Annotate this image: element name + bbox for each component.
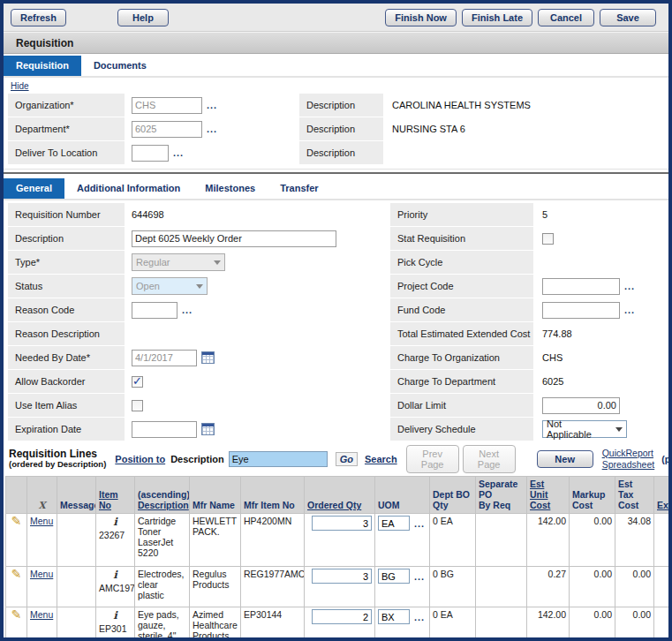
requisition-window: Refresh Help Finish Now Finish Late Canc… xyxy=(0,0,672,641)
department-description-label: Description xyxy=(299,117,383,140)
extended-cost-cell xyxy=(654,567,672,607)
organization-lookup-icon[interactable]: ... xyxy=(207,100,217,110)
separate-po-column-header: Separate POBy Req xyxy=(476,477,527,514)
general-form: Requisition Number 644698 Description Ty… xyxy=(4,200,668,443)
item-no-column-header[interactable]: Item No xyxy=(96,477,135,514)
uom-input[interactable] xyxy=(378,516,410,531)
chevron-down-icon xyxy=(196,284,203,289)
calendar-icon[interactable] xyxy=(201,351,215,364)
project-code-label: Project Code xyxy=(390,275,533,298)
tab-transfer[interactable]: Transfer xyxy=(268,178,330,199)
section-divider xyxy=(4,170,668,177)
uom-lookup-icon[interactable]: ... xyxy=(414,518,425,529)
reason-code-lookup-icon[interactable]: ... xyxy=(182,305,193,315)
finish-late-button[interactable]: Finish Late xyxy=(462,9,532,26)
hide-link[interactable]: Hide xyxy=(11,81,29,91)
uom-input[interactable] xyxy=(378,609,410,624)
mfr-name-cell: Azimed Healthcare Products xyxy=(190,607,241,641)
search-link[interactable]: Search xyxy=(365,454,397,464)
reason-code-label: Reason Code xyxy=(8,298,125,321)
row-menu-link[interactable]: Menu xyxy=(30,516,53,526)
help-button[interactable]: Help xyxy=(117,9,169,26)
deliver-to-location-lookup-icon[interactable]: ... xyxy=(173,147,184,158)
delete-column-header: X xyxy=(27,477,57,514)
info-icon[interactable]: i xyxy=(99,516,132,528)
est-unit-cost-column-header[interactable]: EstUnit Cost xyxy=(527,477,570,514)
allow-backorder-checkbox[interactable] xyxy=(132,376,143,388)
stat-requisition-checkbox[interactable] xyxy=(542,233,554,245)
delivery-schedule-select[interactable]: Not Applicable xyxy=(542,420,627,438)
status-select[interactable]: Open xyxy=(132,277,208,295)
tab-milestones[interactable]: Milestones xyxy=(193,178,268,199)
position-to-description-input[interactable] xyxy=(229,451,328,467)
new-line-button[interactable]: New xyxy=(537,450,593,468)
messages-cell xyxy=(57,514,96,567)
uom-lookup-icon[interactable]: ... xyxy=(414,571,425,582)
refresh-button[interactable]: Refresh xyxy=(11,9,66,26)
calendar-icon[interactable] xyxy=(201,423,215,435)
needed-by-date-input[interactable] xyxy=(132,350,197,366)
separate-po-cell xyxy=(476,567,527,607)
fund-code-lookup-icon[interactable]: ... xyxy=(624,305,635,315)
finish-now-button[interactable]: Finish Now xyxy=(385,9,457,26)
project-code-lookup-icon[interactable]: ... xyxy=(624,281,635,291)
position-description-label: Description xyxy=(170,454,224,464)
reason-code-input[interactable] xyxy=(132,302,177,319)
table-row: ✎ Menu iAMC1977 Electrodes, clear plasti… xyxy=(6,567,672,607)
tab-additional-information[interactable]: Additional Information xyxy=(64,178,193,199)
prev-page-button[interactable]: Prev Page xyxy=(406,445,459,473)
dollar-limit-input[interactable] xyxy=(542,397,620,414)
messages-cell xyxy=(57,607,96,641)
uom-input[interactable] xyxy=(378,569,410,584)
extended-cost-column-header[interactable]: Exte xyxy=(654,477,672,514)
position-to-link[interactable]: Position to xyxy=(115,454,165,464)
description-input[interactable] xyxy=(132,230,336,247)
deliver-to-location-row: Deliver To Location ... Description xyxy=(8,141,664,164)
tab-documents[interactable]: Documents xyxy=(81,56,159,76)
fund-code-input[interactable] xyxy=(542,302,620,319)
next-page-button[interactable]: Next Page xyxy=(463,445,516,473)
expiration-date-input[interactable] xyxy=(132,421,197,438)
stat-requisition-label: Stat Requisition xyxy=(390,227,533,250)
description-column-header[interactable]: (ascending)Description xyxy=(135,477,190,514)
edit-pencil-icon[interactable]: ✎ xyxy=(11,569,22,579)
quickreport-link[interactable]: QuickReport xyxy=(602,448,655,459)
edit-pencil-icon[interactable]: ✎ xyxy=(11,609,22,620)
messages-column-header: Messages xyxy=(57,477,96,514)
dept-bo-qty-column-header: Dept BO Qty xyxy=(430,477,476,514)
department-input[interactable] xyxy=(132,121,202,138)
go-button[interactable]: Go xyxy=(336,452,358,466)
info-icon[interactable]: i xyxy=(99,609,132,622)
type-select[interactable]: Regular xyxy=(132,253,225,271)
priority-label: Priority xyxy=(390,203,533,226)
project-code-input[interactable] xyxy=(542,278,620,295)
dept-bo-qty-cell: 0 BG xyxy=(430,567,476,607)
spreadsheet-link[interactable]: Spreadsheet xyxy=(602,459,655,471)
dept-bo-qty-cell: 0 EA xyxy=(430,514,476,567)
ordered-qty-input[interactable] xyxy=(312,569,372,584)
ordered-qty-column-header[interactable]: Ordered Qty xyxy=(305,477,375,514)
table-header-row: X Messages Item No (ascending)Descriptio… xyxy=(6,477,672,514)
ordered-qty-input[interactable] xyxy=(312,516,372,531)
markup-cost-cell: 0.00 xyxy=(570,567,615,607)
delivery-schedule-label: Delivery Schedule xyxy=(390,418,533,441)
department-lookup-icon[interactable]: ... xyxy=(207,124,217,134)
charge-to-organization-label: Charge To Organization xyxy=(390,346,533,369)
est-unit-cost-cell: 0.27 xyxy=(527,567,570,607)
organization-input[interactable] xyxy=(132,97,202,114)
markup-cost-cell: 0.00 xyxy=(570,607,615,641)
tab-general[interactable]: General xyxy=(4,178,64,199)
use-item-alias-checkbox[interactable] xyxy=(132,400,143,411)
save-button[interactable]: Save xyxy=(600,9,656,26)
department-row: Department* ... Description NURSING STA … xyxy=(8,117,664,140)
row-menu-link[interactable]: Menu xyxy=(30,609,53,620)
ordered-qty-input[interactable] xyxy=(312,609,372,624)
tab-requisition[interactable]: Requisition xyxy=(4,56,81,76)
row-menu-link[interactable]: Menu xyxy=(30,569,53,579)
info-icon[interactable]: i xyxy=(99,569,132,581)
deliver-to-location-input[interactable] xyxy=(132,145,169,162)
uom-lookup-icon[interactable]: ... xyxy=(414,612,425,622)
cancel-button[interactable]: Cancel xyxy=(538,9,594,26)
edit-pencil-icon[interactable]: ✎ xyxy=(11,516,22,526)
needed-by-date-label: Needed By Date* xyxy=(8,346,125,369)
